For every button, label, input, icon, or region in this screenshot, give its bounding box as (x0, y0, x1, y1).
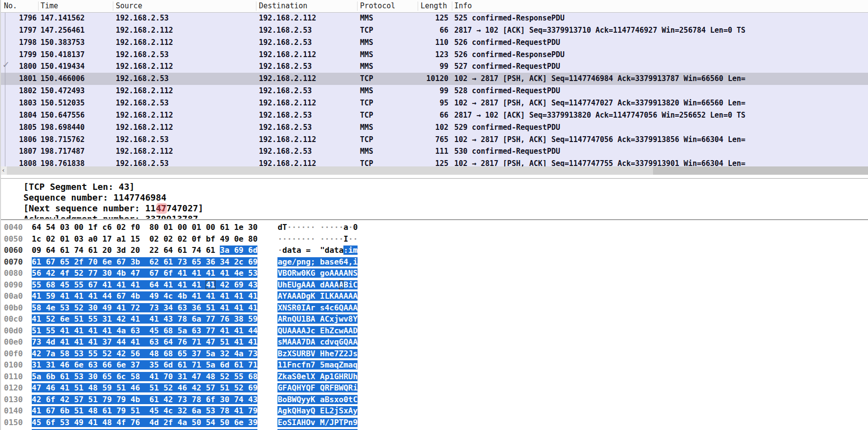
hex-bytes[interactable]: 41 52 6e 51 55 31 42 41 41 43 78 6a 77 7… (32, 313, 257, 325)
packet-row[interactable]: 1796147.141562192.168.2.53192.168.2.112M… (0, 12, 868, 24)
hex-ascii[interactable]: ARnQU1BA ACxjwv8Y (277, 313, 358, 325)
hex-ascii[interactable]: dT······ ·····a·0 (277, 222, 358, 233)
hex-row: 004064 54 03 00 1f c6 02 f0 80 01 00 01 … (0, 222, 868, 233)
packet-row[interactable]: 1805198.698440192.168.2.112192.168.2.53M… (0, 122, 868, 134)
packet-list-pane: 1796147.141562192.168.2.53192.168.2.112M… (0, 0, 868, 166)
hex-row: 008056 42 4f 52 77 30 4b 47 67 6f 41 41 … (0, 267, 868, 279)
hovered-byte[interactable]: 41 (206, 280, 215, 289)
packet-row[interactable]: 1808198.761838192.168.2.53192.168.2.112T… (0, 158, 868, 166)
hex-ascii[interactable]: ZkaS0elX Ap1GHRUh (277, 371, 358, 383)
hex-ascii[interactable]: QUAAAAJc EhZcwAAD (277, 325, 358, 337)
hex-bytes[interactable]: 73 4d 41 41 41 37 44 41 63 64 76 71 47 5… (32, 336, 257, 348)
column-separator[interactable] (357, 1, 358, 11)
hex-ascii[interactable]: AgkQHayQ EL2jSxAy (277, 405, 358, 417)
column-header-destination[interactable]: Destination (259, 0, 307, 12)
column-separator[interactable] (452, 1, 452, 11)
packet-cell-proto: MMS (360, 49, 373, 61)
hex-ascii[interactable]: ·data = "data:im (277, 245, 358, 256)
scrollbar-thumb[interactable] (7, 166, 653, 175)
hex-bytes[interactable] (32, 428, 257, 430)
packet-cell-time: 198.698440 (41, 122, 85, 134)
packet-row[interactable]: 1804150.647556192.168.2.112192.168.2.53T… (0, 109, 868, 122)
packet-cell-proto: MMS (360, 37, 373, 49)
packet-cell-proto: MMS (360, 12, 373, 24)
hex-bytes[interactable]: 58 4e 53 52 30 49 41 72 73 34 63 36 51 4… (32, 302, 257, 314)
hex-bytes[interactable]: 47 46 41 51 48 59 51 46 51 52 46 42 57 5… (32, 382, 257, 394)
column-separator[interactable] (38, 1, 39, 11)
hovered-ascii-char[interactable]: A (339, 280, 344, 289)
hex-offset: 0090 (4, 279, 24, 291)
hex-bytes[interactable]: 45 6f 53 49 41 48 4f 76 4d 2f 4a 50 54 5… (32, 417, 257, 429)
hex-ascii[interactable]: VBORw0KG goAAAANS (277, 267, 358, 279)
hex-bytes[interactable]: 56 42 4f 52 77 30 4b 47 67 6f 41 41 41 4… (32, 267, 257, 279)
scrollbar-left-arrow-icon[interactable]: ‹ (0, 166, 7, 175)
window-left-edge (0, 0, 1, 430)
hex-bytes[interactable]: 1c 02 01 03 a0 17 a1 15 02 02 02 0f bf 4… (32, 233, 257, 245)
hex-bytes[interactable]: 5a 6b 61 53 30 65 6c 58 41 70 31 47 48 5… (32, 371, 257, 383)
column-separator[interactable] (418, 1, 418, 11)
packet-cell-proto: TCP (360, 134, 373, 146)
packet-row[interactable]: 1806198.715762192.168.2.53192.168.2.112T… (0, 134, 868, 146)
detail-next-seq-number[interactable]: [Next sequence number: 1147747027] (23, 203, 203, 214)
detail-sequence-number[interactable]: Sequence number: 1147746984 (23, 192, 167, 203)
packet-cell-src: 192.168.2.112 (116, 24, 173, 37)
hex-bytes[interactable]: 42 6f 42 57 51 79 79 4b 61 42 73 78 6f 3… (32, 394, 257, 406)
hex-ascii[interactable] (277, 428, 358, 430)
column-header-source[interactable]: Source (116, 0, 142, 12)
packet-cell-time: 198.761838 (41, 158, 85, 166)
packet-cell-dst: 192.168.2.53 (259, 37, 312, 49)
packet-row[interactable]: 1797147.256461192.168.2.112192.168.2.53T… (0, 24, 868, 37)
column-separator[interactable] (113, 1, 113, 11)
hex-bytes[interactable]: 09 64 61 74 61 20 3d 20 22 64 61 74 61 3… (32, 245, 257, 256)
hex-ascii[interactable]: AYAAADgK ILKAAAAA (277, 290, 358, 302)
hex-bytes[interactable]: 42 7a 58 53 55 52 42 56 48 68 65 37 5a 3… (32, 348, 257, 360)
packet-row[interactable]: 1802150.472493192.168.2.112192.168.2.53M… (0, 85, 868, 97)
packet-row[interactable]: 1801150.466006192.168.2.53192.168.2.112T… (0, 73, 868, 85)
packet-cell-info: 102 → 2817 [PSH, ACK] Seq=1147746984 Ack… (454, 73, 745, 85)
hex-ascii[interactable]: UhEUgAAA dAAAABiC (277, 279, 358, 291)
hex-ascii[interactable]: EoSIAHOv M/JPTPn9 (277, 417, 358, 429)
hex-row: 007061 67 65 2f 70 6e 67 3b 62 61 73 65 … (0, 256, 868, 268)
hex-ascii[interactable]: XNSR0IAr s4c6QAAA (277, 302, 358, 314)
packet-row[interactable]: 1798150.383753192.168.2.112192.168.2.53M… (0, 37, 868, 49)
hex-ascii[interactable]: BoBWQyyK aBsxo0tC (277, 394, 358, 406)
column-header-info[interactable]: Info (454, 0, 472, 12)
hex-ascii[interactable]: GFAQHYQF QRFBWQRi (277, 382, 358, 394)
hex-bytes[interactable]: 41 59 41 41 41 44 67 4b 49 4c 4b 41 41 4… (32, 290, 257, 302)
packet-cell-src: 192.168.2.53 (116, 12, 169, 24)
column-header-no[interactable]: No. (4, 0, 17, 12)
hex-bytes[interactable]: 55 68 45 55 67 41 41 41 64 41 41 41 41 4… (32, 279, 257, 291)
packet-row[interactable]: 1807198.717487192.168.2.112192.168.2.53M… (0, 145, 868, 158)
detail-tcp-segment-len[interactable]: [TCP Segment Len: 43] (23, 182, 135, 192)
column-separator[interactable] (256, 1, 256, 11)
packet-cell-no: 1802 (0, 85, 37, 97)
hex-ascii[interactable]: sMAAA7DA cdvqGQAA (277, 336, 358, 348)
hex-bytes[interactable]: 61 67 65 2f 70 6e 67 3b 62 61 73 65 36 3… (32, 256, 257, 268)
packet-row[interactable]: 1803150.512035192.168.2.53192.168.2.112T… (0, 97, 868, 109)
horizontal-scrollbar[interactable]: ‹ (0, 166, 868, 175)
column-header-protocol[interactable]: Protocol (360, 0, 395, 12)
packet-cell-len: 111 (381, 145, 448, 158)
hex-bytes[interactable]: 31 31 46 6e 63 66 6e 37 35 6d 61 71 5a 6… (32, 359, 257, 371)
hex-bytes[interactable]: 51 55 41 41 41 41 4a 63 45 68 5a 63 77 4… (32, 325, 257, 337)
hex-ascii[interactable]: age/png; base64,i (277, 256, 358, 268)
hex-ascii[interactable]: ········ ·····I·· (277, 233, 358, 245)
packet-cell-proto: MMS (360, 122, 373, 134)
hex-bytes[interactable]: 64 54 03 00 1f c6 02 f0 80 01 00 01 00 6… (32, 222, 257, 233)
packet-cell-len: 99 (381, 85, 448, 97)
packet-row[interactable]: 1799150.418137192.168.2.53192.168.2.112M… (0, 49, 868, 61)
column-header-time[interactable]: Time (41, 0, 58, 12)
hex-row: 00e073 4d 41 41 41 37 44 41 63 64 76 71 … (0, 336, 868, 348)
hex-ascii[interactable]: 11Fncfn7 5maqZmaq (277, 359, 358, 371)
packet-cell-info: 2817 → 102 [ACK] Seq=3379913710 Ack=1147… (454, 24, 745, 37)
hex-bytes[interactable]: 41 67 6b 51 48 61 79 51 45 4c 32 6a 53 7… (32, 405, 257, 417)
packet-cell-proto: MMS (360, 61, 373, 73)
packet-cell-no: 1805 (0, 122, 37, 134)
packet-row[interactable]: 1800150.419434192.168.2.112192.168.2.53M… (0, 61, 868, 73)
hex-ascii[interactable]: BzXSURBV Hhe7Z2Js (277, 348, 358, 360)
packet-cell-dst: 192.168.2.53 (259, 24, 312, 37)
packet-cell-info: 102 → 2817 [PSH, ACK] Seq=1147747755 Ack… (454, 158, 745, 166)
column-header-length[interactable]: Length (421, 0, 447, 12)
packet-cell-dst: 192.168.2.112 (259, 73, 316, 85)
detail-ack-number[interactable]: Acknowledgment number: 3379913787 (23, 214, 198, 219)
